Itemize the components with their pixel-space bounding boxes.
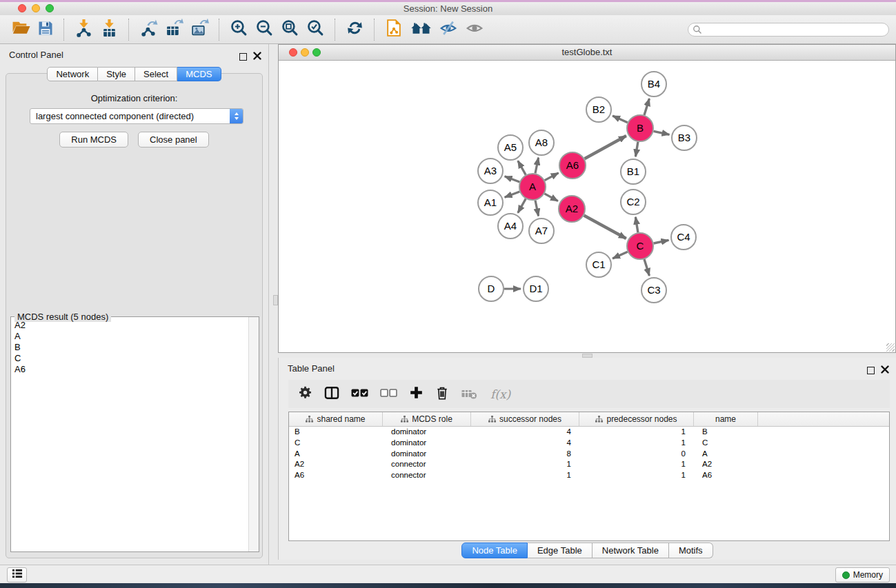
zoom-in-button[interactable] [230,19,248,40]
node-A6[interactable]: A6 [559,152,586,179]
table-row-a[interactable]: Adominator80A [289,449,889,460]
cell[interactable]: dominator [383,438,471,449]
result-item-c[interactable]: C [12,353,248,364]
export-image-button[interactable] [190,19,209,40]
table-row-a6[interactable]: A6connector11A6 [289,470,889,481]
import-network-button[interactable] [74,19,93,40]
run-mcds-button[interactable]: Run MCDS [59,132,128,148]
node-B[interactable]: B [627,115,653,141]
edge-B-B1[interactable] [635,142,638,157]
edge-A-A6[interactable] [545,173,559,181]
float-panel-icon[interactable] [239,53,247,61]
hide-selected-button[interactable] [439,19,458,40]
edge-B-B4[interactable] [644,99,649,115]
cell[interactable]: A [289,449,383,460]
result-item-a[interactable]: A [12,331,248,342]
edge-A-A4[interactable] [518,199,526,212]
cell[interactable]: 0 [579,449,694,460]
close-network-button[interactable] [289,48,297,57]
node-A7[interactable]: A7 [529,219,554,243]
column-view-button[interactable] [324,386,339,403]
node-A2[interactable]: A2 [559,196,585,222]
session-titlebar[interactable]: Session: New Session [0,2,896,16]
edge-A6-B[interactable] [585,136,626,159]
zoom-selected-button[interactable] [306,19,325,40]
tab-style[interactable]: Style [98,67,135,81]
memory-button[interactable]: Memory [835,567,890,582]
select-all-button[interactable] [351,388,368,401]
node-A1[interactable]: A1 [478,190,503,215]
node-D[interactable]: D [479,276,504,301]
cell[interactable]: 4 [471,438,579,449]
node-A[interactable]: A [519,174,546,200]
task-history-button[interactable] [7,567,27,582]
export-table-button[interactable] [165,19,183,40]
resize-grip-icon[interactable] [886,343,895,352]
first-neighbors-button[interactable] [410,19,432,40]
table-row-b[interactable]: Bdominator41B [289,427,889,438]
node-D1[interactable]: D1 [524,276,548,301]
edge-C-C3[interactable] [644,259,649,276]
cell[interactable]: B [289,427,383,438]
function-builder-button[interactable]: f(x) [489,387,510,401]
cell[interactable]: 1 [579,427,694,438]
edge-A-A3[interactable] [505,176,520,182]
tab-motifs[interactable]: Motifs [669,543,713,558]
node-C[interactable]: C [627,233,653,259]
import-table-button[interactable] [100,19,119,40]
deselect-all-button[interactable] [380,388,397,401]
cell[interactable]: A2 [694,459,758,470]
zoom-out-button[interactable] [255,19,274,40]
result-item-b[interactable]: B [12,342,248,353]
show-all-button[interactable] [465,19,484,40]
edge-C-C1[interactable] [613,252,628,258]
tab-network[interactable]: Network [47,67,98,81]
network-graph[interactable]: B4B2BB3A5A8A6B1A3AA1C2A2A4A7C4CC1C3DD1 [279,61,895,352]
edge-B-B3[interactable] [654,131,670,134]
cell[interactable]: 1 [471,470,579,481]
cell[interactable]: C [289,438,383,449]
close-panel-icon[interactable] [881,364,889,376]
cell[interactable]: B [694,427,758,438]
tab-edge-table[interactable]: Edge Table [528,543,593,558]
edge-C-C2[interactable] [635,217,638,233]
close-window-button[interactable] [18,4,26,12]
node-A4[interactable]: A4 [498,214,523,239]
mcds-result-list[interactable]: A2ABCA6 [12,318,248,551]
node-A3[interactable]: A3 [478,159,503,183]
edge-A2-C[interactable] [584,216,626,239]
cell[interactable]: connector [383,459,471,470]
criterion-select[interactable]: largest connected component (directed) [30,108,243,124]
node-C4[interactable]: C4 [671,225,696,250]
open-session-button[interactable] [12,19,30,40]
float-panel-icon[interactable] [867,367,875,374]
export-network-button[interactable] [139,19,158,40]
column-header-predecessor-nodes[interactable]: predecessor nodes [579,412,694,426]
column-header-successor-nodes[interactable]: successor nodes [471,412,579,426]
node-C1[interactable]: C1 [586,252,611,277]
edge-A-A7[interactable] [535,201,539,216]
close-panel-icon[interactable] [253,50,261,63]
cell[interactable]: 4 [471,427,579,438]
node-A5[interactable]: A5 [498,135,523,160]
tab-network-table[interactable]: Network Table [593,543,669,558]
cell[interactable]: 1 [579,470,694,481]
node-C3[interactable]: C3 [641,278,666,303]
cell[interactable]: C [694,438,758,449]
node-A8[interactable]: A8 [529,130,554,155]
cell[interactable]: A6 [694,470,758,481]
cell[interactable]: A6 [289,470,383,481]
cell[interactable]: 1 [579,438,694,449]
minimize-window-button[interactable] [32,4,40,12]
column-header-MCDS-role[interactable]: MCDS role [383,412,471,426]
node-C2[interactable]: C2 [621,190,646,214]
save-session-button[interactable] [37,19,54,40]
cell[interactable]: 8 [471,449,579,460]
table-row-c[interactable]: Cdominator41C [289,438,889,449]
cell[interactable]: dominator [383,449,471,460]
zoom-network-button[interactable] [312,48,321,57]
minimize-network-button[interactable] [301,48,309,57]
network-frame-titlebar[interactable]: testGlobe.txt [279,45,895,61]
node-B1[interactable]: B1 [621,159,646,184]
cell[interactable]: 1 [471,459,579,470]
